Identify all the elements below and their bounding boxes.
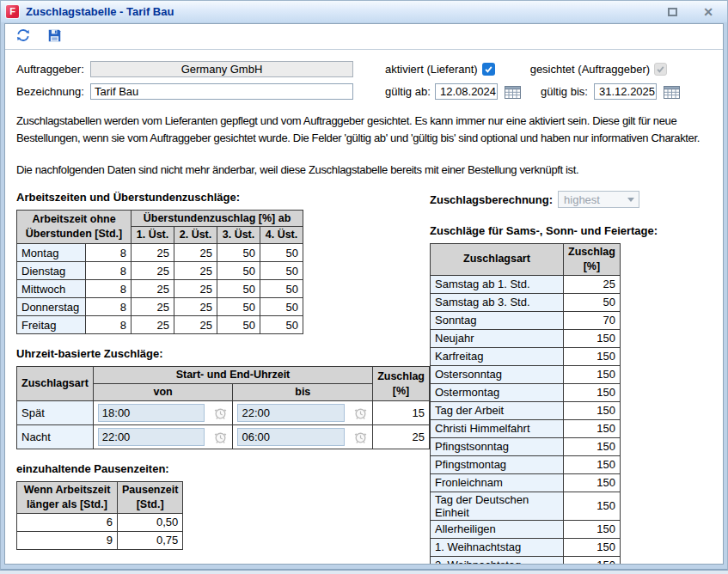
- holiday-row: Neujahr150: [431, 329, 621, 347]
- calc-row: Zuschlagsberechnung: highest: [430, 191, 712, 209]
- save-icon: [47, 28, 62, 46]
- gueltig-bis-input[interactable]: 31.12.2025: [594, 83, 657, 100]
- holiday-art: Neujahr: [431, 329, 564, 347]
- overtime-day: Freitag: [17, 316, 86, 334]
- pause-table: Wenn Arbeitszeit länger als [Std.] Pause…: [16, 481, 183, 550]
- pause-header-2: Pausenzeit [Std.]: [118, 482, 183, 514]
- holiday-row: Tag der Deutschen Einheit150: [431, 492, 621, 520]
- save-button[interactable]: [46, 28, 63, 46]
- overtime-row: Mittwoch825255050: [17, 280, 303, 298]
- holiday-header-value: Zuschlag [%]: [564, 243, 621, 275]
- holiday-value: 150: [564, 455, 621, 473]
- holiday-art: Samstag ab 1. Std.: [431, 275, 564, 293]
- overtime-heading: Arbeitszeiten und Überstundenzuschläge:: [16, 191, 430, 204]
- gesichtet-checkbox: [654, 63, 667, 76]
- time-header-zuschlag: Zuschlag [%]: [373, 367, 430, 401]
- holiday-row: Pfingstmontag150: [431, 455, 621, 473]
- overtime-value: 25: [174, 298, 217, 316]
- app-icon: F: [6, 5, 19, 18]
- time-table: Zuschlagsart Start- und End-Uhrzeit Zusc…: [16, 366, 430, 449]
- gueltig-ab-input[interactable]: 12.08.2024: [435, 83, 498, 100]
- overtime-hours: 8: [86, 298, 132, 316]
- holiday-value: 150: [564, 538, 621, 556]
- holiday-row: 1. Weihnachtstag150: [431, 538, 621, 556]
- auftraggeber-field: Germany GmbH: [90, 61, 353, 77]
- overtime-subheader: 2. Üst.: [174, 227, 217, 244]
- calc-select: highest: [558, 191, 639, 208]
- close-icon: ✕: [703, 6, 713, 18]
- holiday-row: Christi Himmelfahrt150: [431, 419, 621, 437]
- time-zuschlag: 15: [373, 401, 430, 425]
- holiday-value: 150: [564, 365, 621, 383]
- left-column: Arbeitszeiten und Überstundenzuschläge: …: [16, 191, 430, 550]
- time-row: Nacht 22:00 06:00: [17, 425, 430, 449]
- holiday-art: Samstag ab 3. Std.: [431, 293, 564, 311]
- aktiviert-checkbox[interactable]: [482, 63, 495, 76]
- time-bis-input: 06:00: [237, 428, 345, 446]
- overtime-table-body: Montag825255050Dienstag825255050Mittwoch…: [17, 244, 303, 334]
- time-row: Spät 18:00 22:00: [17, 401, 430, 425]
- holiday-row: Samstag ab 1. Std.25: [431, 275, 621, 293]
- restore-button[interactable]: [664, 3, 681, 21]
- time-von-input: 18:00: [98, 404, 205, 422]
- time-heading: Uhrzeit-basierte Zuschläge:: [16, 347, 430, 360]
- overtime-value: 25: [132, 244, 174, 262]
- holiday-value: 25: [564, 275, 621, 293]
- gueltig-bis-label: gültig bis:: [541, 85, 594, 98]
- aktiviert-label: aktiviert (Lieferant): [385, 63, 478, 76]
- right-column: Zuschlagsberechnung: highest Zuschläge f…: [430, 191, 712, 565]
- overtime-day: Donnerstag: [17, 298, 86, 316]
- holiday-art: Tag der Deutschen Einheit: [431, 492, 564, 520]
- form-row-bezeichnung: Bezeichnung: Tarif Bau gültig ab: 12.08.…: [16, 82, 712, 101]
- check-icon: [484, 64, 493, 74]
- holiday-value: 150: [564, 492, 621, 520]
- holiday-row: Allerheiligen150: [431, 520, 621, 538]
- clock-icon: [352, 430, 368, 445]
- holiday-art: Ostersonntag: [431, 365, 564, 383]
- overtime-table: Arbeitszeit ohne Überstunden [Std.] Über…: [16, 210, 303, 335]
- overtime-subheader: 3. Üst.: [217, 227, 260, 244]
- overtime-value: 25: [174, 244, 217, 262]
- calendar-icon: [664, 85, 680, 99]
- time-bis-input: 22:00: [237, 404, 345, 422]
- time-header-von: von: [93, 384, 233, 401]
- time-header-bis: bis: [233, 384, 373, 401]
- holiday-row: Samstag ab 3. Std.50: [431, 293, 621, 311]
- holiday-value: 150: [564, 347, 621, 365]
- overtime-value: 50: [217, 244, 260, 262]
- overtime-value: 25: [132, 262, 174, 280]
- holiday-value: 150: [564, 473, 621, 492]
- holiday-table: Zuschlagsart Zuschlag [%] Samstag ab 1. …: [430, 243, 621, 565]
- holiday-art: Fronleichnam: [431, 473, 564, 492]
- refresh-button[interactable]: [15, 28, 32, 46]
- overtime-header-main: Arbeitszeit ohne Überstunden [Std.]: [17, 210, 132, 244]
- window-controls: ✕: [664, 3, 717, 21]
- calendar-icon: [505, 85, 521, 99]
- holiday-art: Pfingstsonntag: [431, 437, 564, 455]
- pause-header-1: Wenn Arbeitszeit länger als [Std.]: [17, 482, 118, 514]
- bezeichnung-input[interactable]: Tarif Bau: [90, 83, 353, 100]
- holiday-table-body: Samstag ab 1. Std.25Samstag ab 3. Std.50…: [431, 275, 621, 565]
- dialog-panel: Auftraggeber: Germany GmbH aktiviert (Li…: [4, 23, 724, 565]
- toolbar: [5, 24, 723, 50]
- holiday-art: 1. Weihnachtstag: [431, 538, 564, 556]
- overtime-value: 50: [260, 280, 303, 298]
- time-von-input: 22:00: [98, 428, 205, 446]
- clock-icon: [352, 406, 368, 421]
- gueltig-ab-label: gültig ab:: [385, 85, 435, 98]
- overtime-value: 50: [260, 244, 303, 262]
- overtime-value: 50: [217, 262, 260, 280]
- overtime-header-group: Überstundenzuschlag [%] ab: [132, 210, 303, 227]
- auftraggeber-label: Auftraggeber:: [16, 63, 90, 76]
- holiday-value: 150: [564, 383, 621, 401]
- gueltig-ab-calendar-button[interactable]: [504, 84, 521, 99]
- gueltig-bis-calendar-button[interactable]: [663, 84, 680, 99]
- holiday-row: Karfreitag150: [431, 347, 621, 365]
- chevron-down-icon: [627, 198, 634, 202]
- overtime-value: 25: [132, 316, 174, 334]
- time-header-art: Zuschlagsart: [17, 367, 94, 401]
- pause-row: 9 0,75: [17, 531, 183, 549]
- time-art: Spät: [17, 401, 94, 425]
- clock-icon: [212, 430, 228, 445]
- close-button[interactable]: ✕: [700, 3, 717, 21]
